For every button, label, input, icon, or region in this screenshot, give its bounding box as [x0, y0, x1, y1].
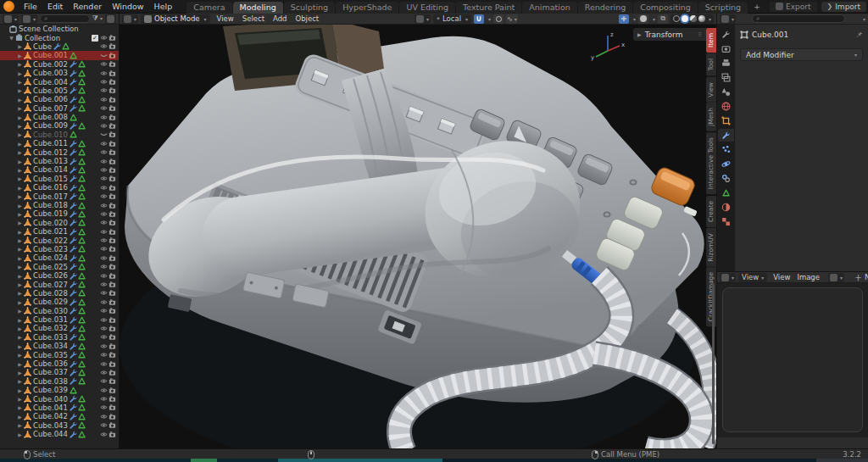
outliner-display-mode-icon[interactable]: ▾ — [21, 14, 37, 24]
properties-tab-physics-icon[interactable] — [718, 158, 734, 170]
camera-icon[interactable] — [108, 86, 116, 94]
properties-tab-constraints-icon[interactable] — [718, 172, 734, 185]
eye-icon[interactable] — [99, 78, 108, 86]
eye-icon[interactable] — [99, 122, 108, 130]
camera-icon[interactable] — [108, 421, 116, 429]
properties-tab-material-icon[interactable] — [718, 201, 734, 214]
expand-icon[interactable]: ▶ — [17, 229, 23, 235]
viewport-menu-view[interactable]: View — [213, 14, 238, 23]
workspace-tab-compositing[interactable]: Compositing — [633, 2, 698, 14]
expand-icon[interactable]: ▶ — [17, 396, 23, 402]
browse-image-icon[interactable]: ▾ — [828, 273, 844, 282]
expand-icon[interactable]: ▶ — [17, 308, 23, 314]
properties-tab-particles-icon[interactable] — [718, 143, 734, 156]
eye-icon[interactable] — [99, 42, 108, 50]
expand-icon[interactable]: ▶ — [17, 141, 23, 147]
eye-icon[interactable] — [99, 70, 108, 77]
workspace-tab-animation[interactable]: Animation — [522, 2, 576, 14]
outliner-row[interactable]: ▶ Cube.033 — [0, 333, 119, 342]
expand-icon[interactable]: ▶ — [17, 131, 23, 137]
outliner-row[interactable]: ▶ Cube.044 — [0, 430, 119, 438]
expand-icon[interactable]: ▶ — [17, 61, 23, 67]
outliner-row[interactable]: ▶ Cube.002 — [0, 60, 119, 69]
eye-icon[interactable] — [99, 351, 108, 359]
eye-icon[interactable] — [99, 202, 108, 209]
expand-icon[interactable]: ▶ — [17, 175, 23, 181]
outliner-row[interactable]: ▶ Cube.015 — [0, 175, 119, 183]
outliner-row[interactable]: ▶ Cube.035 — [0, 350, 119, 359]
camera-icon[interactable] — [108, 42, 116, 50]
eye-icon[interactable] — [99, 228, 108, 236]
workspace-tab-uv-editing[interactable]: UV Editing — [399, 2, 455, 14]
outliner-row[interactable]: ▶ Cube.006 — [0, 95, 119, 103]
falloff-dropdown[interactable]: ∿▾ — [506, 14, 518, 24]
eye-icon[interactable] — [99, 140, 108, 148]
camera-icon[interactable] — [108, 34, 116, 42]
expand-icon[interactable]: ▶ — [17, 114, 23, 120]
eye-icon[interactable] — [99, 431, 108, 438]
camera-icon[interactable] — [108, 96, 116, 103]
eye-icon[interactable] — [99, 377, 108, 385]
shading-rendered-icon[interactable] — [698, 15, 705, 22]
eye-icon[interactable] — [99, 395, 108, 403]
sidebar-tab-jmesh[interactable]: jMesh — [706, 103, 716, 131]
shading-material-icon[interactable] — [690, 15, 697, 22]
outliner-row[interactable]: ▶ Cube.012 — [0, 148, 119, 156]
workspace-tab-camera[interactable]: Camera — [186, 2, 231, 14]
expand-icon[interactable]: ▶ — [17, 246, 23, 252]
expand-icon[interactable]: ▶ — [17, 237, 23, 243]
outliner-row[interactable]: ▶ Cube.017 — [0, 192, 119, 200]
new-collection-icon[interactable] — [105, 14, 116, 24]
eye-icon[interactable] — [99, 272, 108, 280]
properties-tab-object-data-icon[interactable] — [718, 186, 734, 199]
expand-icon[interactable]: ▶ — [17, 70, 23, 76]
camera-icon[interactable] — [108, 413, 116, 420]
camera-icon[interactable] — [108, 263, 116, 270]
properties-tab-modifiers-icon[interactable] — [718, 129, 734, 142]
expand-icon[interactable]: ▶ — [17, 352, 23, 358]
eye-icon[interactable] — [99, 86, 108, 94]
eye-icon[interactable] — [99, 325, 108, 332]
collection-checkbox[interactable]: ✓ — [92, 35, 98, 42]
workspace-tab-modeling[interactable]: Modeling — [233, 2, 283, 14]
eye-icon[interactable] — [99, 387, 108, 394]
outliner-row[interactable]: ▶ Cube.031 — [0, 315, 119, 324]
properties-filter-dropdown[interactable]: ▾ — [863, 16, 865, 22]
outliner-row-collection[interactable]: ▼ Collection ✓ — [0, 33, 119, 42]
expand-icon[interactable]: ▶ — [17, 255, 23, 261]
menu-edit[interactable]: Edit — [42, 0, 68, 13]
eye-icon[interactable] — [99, 184, 108, 192]
expand-icon[interactable]: ▶ — [17, 361, 23, 367]
viewport-menu-add[interactable]: Add — [269, 14, 291, 23]
expand-icon[interactable]: ▶ — [17, 159, 23, 164]
transform-pivot-icon[interactable]: ▾ — [415, 14, 431, 24]
properties-tab-render-icon[interactable] — [718, 42, 734, 55]
eye-icon[interactable] — [99, 219, 108, 226]
eye-icon[interactable] — [99, 148, 108, 156]
sidebar-tab-item[interactable]: Item — [706, 28, 716, 53]
collection-expand-icon[interactable]: ▼ — [8, 35, 14, 41]
expand-icon[interactable]: ▶ — [17, 87, 23, 93]
image-mode-dropdown[interactable]: View▾ — [738, 273, 767, 282]
camera-icon[interactable] — [108, 351, 116, 359]
properties-search-input[interactable]: ⌕ — [752, 14, 845, 23]
mode-dropdown[interactable]: Object Mode▾ — [141, 14, 210, 24]
expand-icon[interactable]: ▶ — [17, 422, 23, 428]
expand-icon[interactable]: ▶ — [17, 97, 23, 103]
camera-icon[interactable] — [108, 431, 116, 438]
properties-tab-scene-icon[interactable] — [718, 86, 734, 98]
expand-icon[interactable]: ▶ — [17, 273, 23, 279]
outliner-row[interactable]: ▶ Cube.028 — [0, 289, 119, 298]
camera-icon[interactable] — [108, 325, 116, 332]
eye-icon[interactable] — [99, 421, 108, 429]
add-workspace-button[interactable]: + — [749, 1, 765, 12]
camera-icon[interactable] — [108, 192, 116, 200]
camera-icon[interactable] — [108, 166, 116, 174]
camera-icon[interactable] — [108, 298, 116, 306]
expand-icon[interactable]: ▶ — [17, 149, 23, 155]
camera-icon[interactable] — [108, 202, 116, 209]
camera-icon[interactable] — [108, 148, 116, 156]
eye-icon[interactable] — [99, 342, 108, 350]
camera-icon[interactable] — [108, 307, 116, 314]
expand-icon[interactable]: ▶ — [17, 326, 23, 331]
